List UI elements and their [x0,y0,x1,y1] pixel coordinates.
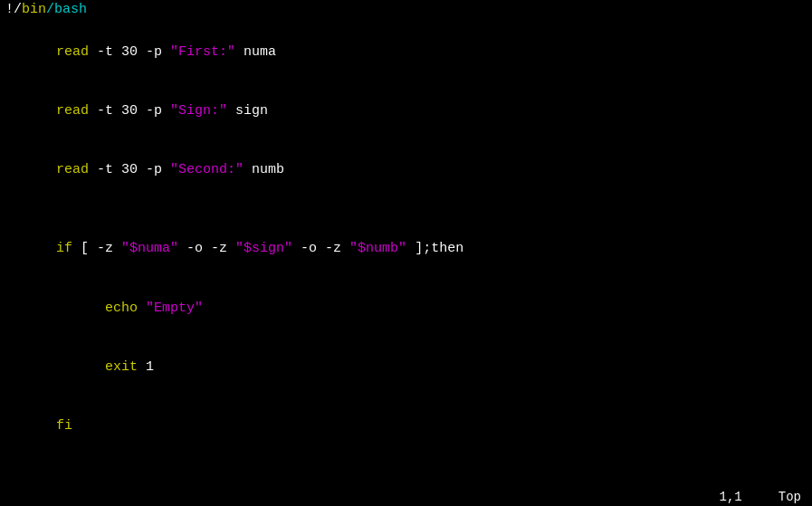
title-bin: bin [22,2,46,17]
title-bar: !/bin/bash [0,0,812,19]
line-echo-1: echo "Empty" [7,279,805,338]
line-if-1: if [ -z "$numa" -o -z "$sign" -o -z "$nu… [7,220,805,279]
scroll-position: Top [779,490,801,504]
line-blank-2 [7,456,805,476]
title-bash: /bash [46,2,87,17]
line-exit-1: exit 1 [7,338,805,396]
cursor-position: 1,1 [720,490,742,504]
status-bar: 1,1 Top [0,488,812,506]
line-check1: check1=$(echo $numa | sed 's/[0-9]//g') [7,475,805,488]
line-blank-1 [7,200,805,220]
terminal-window: !/bin/bash read -t 30 -p "First:" numa r… [0,0,812,506]
code-area: read -t 30 -p "First:" numa read -t 30 -… [0,19,812,488]
line-read-2: read -t 30 -p "Sign:" sign [7,81,805,140]
line-read-1: read -t 30 -p "First:" numa [7,23,805,81]
line-fi-1: fi [7,396,805,455]
title-slash: !/ [5,2,22,17]
line-read-3: read -t 30 -p "Second:" numb [7,141,805,200]
status-right: 1,1 Top [720,490,801,504]
